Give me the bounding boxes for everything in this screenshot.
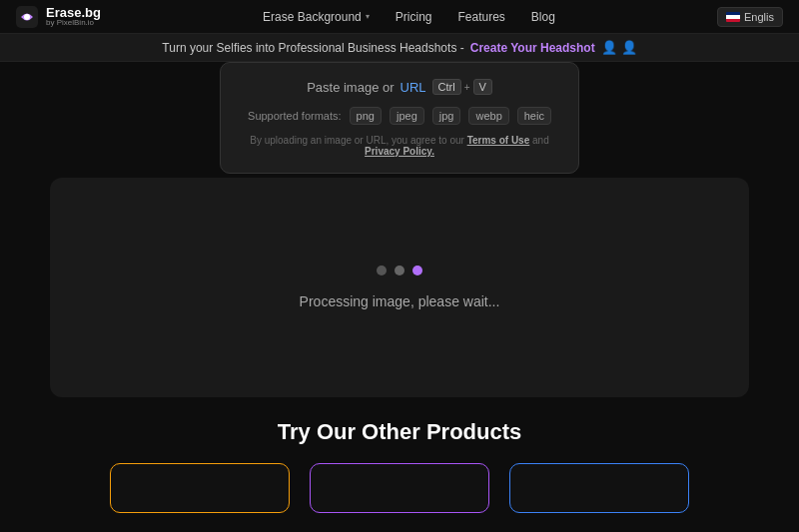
nav-features-label: Features (457, 10, 504, 24)
format-png: png (350, 107, 382, 125)
product-card-1[interactable] (110, 463, 290, 513)
keyboard-shortcut: Ctrl + V (432, 79, 492, 95)
dot-1 (377, 266, 387, 275)
nav-features[interactable]: Features (447, 6, 514, 28)
dot-3 (412, 266, 422, 275)
loading-dots (377, 266, 422, 275)
product-card-2[interactable] (310, 463, 489, 513)
flag-icon (726, 12, 740, 22)
product-card-3[interactable] (509, 463, 689, 513)
person2-icon: 👤 (621, 40, 637, 55)
announcement-link[interactable]: Create Your Headshot (470, 41, 595, 55)
nav-links: Erase Background ▾ Pricing Features Blog (253, 6, 565, 28)
lang-label: Englis (744, 11, 774, 23)
logo-text: Erase.bg by PixelBin.io (46, 6, 101, 27)
products-title: Try Our Other Products (278, 419, 522, 445)
announcement-text: Turn your Selfies into Professional Busi… (162, 41, 463, 55)
terms-link[interactable]: Terms of Use (467, 135, 530, 146)
logo-sub-text: by PixelBin.io (46, 19, 101, 27)
nav-erase-bg-label: Erase Background (263, 10, 362, 24)
processing-area: Processing image, please wait... (50, 178, 749, 397)
ctrl-key: Ctrl (432, 79, 461, 95)
format-jpeg: jpeg (390, 107, 424, 125)
format-heic: heic (517, 107, 551, 125)
products-section: Try Our Other Products (0, 419, 799, 513)
person-icon: 👤 (601, 40, 617, 55)
upload-card: Paste image or URL Ctrl + V Supported fo… (220, 62, 579, 174)
privacy-link[interactable]: Privacy Policy. (365, 146, 434, 157)
nav-pricing-label: Pricing (396, 10, 432, 24)
navbar: Erase.bg by PixelBin.io Erase Background… (0, 0, 799, 34)
processing-text: Processing image, please wait... (300, 293, 500, 309)
chevron-down-icon: ▾ (366, 12, 370, 21)
formats-row: Supported formats: png jpeg jpg webp hei… (241, 107, 558, 125)
dot-2 (395, 266, 404, 275)
nav-blog-label: Blog (531, 10, 555, 24)
terms-text: By uploading an image or URL, you agree … (250, 135, 466, 146)
format-jpg: jpg (432, 107, 461, 125)
nav-blog[interactable]: Blog (521, 6, 565, 28)
format-webp: webp (468, 107, 508, 125)
paste-label: Paste image or (307, 80, 394, 95)
language-button[interactable]: Englis (717, 7, 783, 27)
v-key: V (473, 79, 492, 95)
svg-point-1 (24, 14, 30, 20)
logo-icon (16, 6, 38, 28)
formats-label: Supported formats: (248, 110, 342, 122)
nav-pricing[interactable]: Pricing (386, 6, 442, 28)
nav-right: Englis (717, 7, 783, 27)
announcement-bar: Turn your Selfies into Professional Busi… (0, 34, 799, 62)
url-label: URL (400, 80, 426, 95)
paste-row: Paste image or URL Ctrl + V (241, 79, 558, 95)
products-cards (110, 463, 689, 513)
logo[interactable]: Erase.bg by PixelBin.io (16, 6, 101, 28)
announcement-icons: 👤 👤 (601, 40, 637, 55)
plus-sign: + (464, 82, 470, 93)
nav-erase-bg[interactable]: Erase Background ▾ (253, 6, 380, 28)
terms-row: By uploading an image or URL, you agree … (241, 135, 558, 157)
